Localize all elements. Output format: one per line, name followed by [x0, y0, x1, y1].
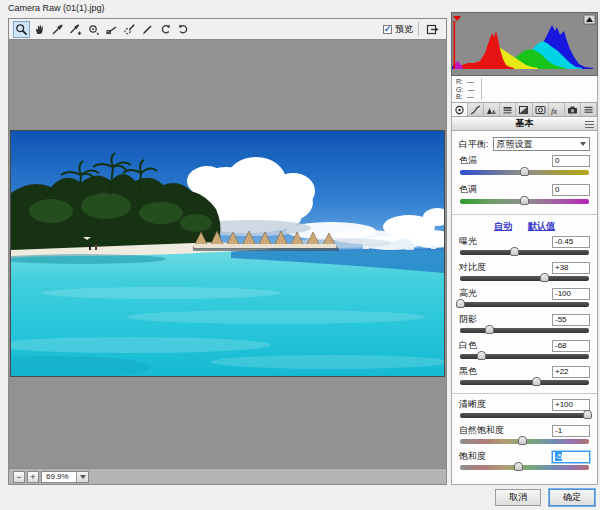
exposure-slider-row: 曝光-0.45 [459, 235, 590, 260]
tab-lens-corrections[interactable] [533, 103, 549, 116]
blacks-value-field[interactable]: +22 [552, 366, 590, 378]
saturation-slider[interactable] [460, 465, 589, 470]
cancel-button[interactable]: 取消 [495, 489, 541, 506]
temperature-slider-row: 色温0 [459, 154, 590, 182]
zoom-in-button[interactable]: + [27, 471, 39, 483]
vibrance-slider-row: 自然饱和度-1 [459, 424, 590, 449]
b-value: — [467, 93, 475, 100]
contrast-slider[interactable] [460, 276, 589, 281]
preview-checkbox[interactable]: ✓ 预览 [383, 23, 413, 36]
tint-slider[interactable] [460, 199, 589, 204]
highlights-slider[interactable] [460, 302, 589, 307]
chevron-down-icon[interactable] [76, 472, 88, 482]
highlights-slider-row: 高光-100 [459, 287, 590, 312]
temperature-value-field[interactable]: 0 [552, 155, 590, 167]
adjustment-brush-tool-button[interactable] [139, 21, 156, 38]
slider-thumb[interactable] [477, 351, 486, 360]
hsl-bars-icon [502, 105, 513, 115]
b-label: B: [456, 93, 463, 100]
rotate-right-icon [177, 23, 190, 36]
color-sampler-tool-button[interactable] [67, 21, 84, 38]
rgb-readout: R:— G:— B:— [451, 76, 598, 103]
whites-value-field[interactable]: -68 [552, 340, 590, 352]
straighten-tool-button[interactable] [103, 21, 120, 38]
slider-thumb[interactable] [583, 410, 592, 419]
fx-icon: fx [550, 105, 562, 115]
ok-button[interactable]: 确定 [549, 489, 595, 506]
slider-thumb[interactable] [514, 462, 523, 471]
tab-split-toning[interactable] [516, 103, 532, 116]
slider-thumb[interactable] [520, 167, 529, 176]
shadows-value-field[interactable]: -55 [552, 314, 590, 326]
tint-value-field[interactable]: 0 [552, 184, 590, 196]
shadows-slider[interactable] [460, 328, 589, 333]
hand-tool-button[interactable] [31, 21, 48, 38]
toolbar-separator [418, 22, 419, 36]
slider-thumb[interactable] [518, 436, 527, 445]
checkbox-check-icon: ✓ [383, 25, 392, 34]
tab-hsl-grayscale[interactable] [500, 103, 516, 116]
target-circle-icon [87, 23, 100, 36]
saturation-slider-row: 饱和度-5 [459, 450, 590, 475]
white-balance-tool-button[interactable] [49, 21, 66, 38]
list-icon [583, 105, 594, 115]
panel-menu-icon[interactable] [585, 121, 594, 128]
aperture-icon [454, 105, 465, 115]
clarity-value-field[interactable]: +100 [552, 399, 590, 411]
tab-effects[interactable]: fx [549, 103, 565, 116]
svg-text:fx: fx [551, 105, 557, 115]
preview-canvas[interactable] [9, 40, 446, 468]
defaults-link[interactable]: 默认值 [528, 220, 555, 233]
fullscreen-toggle-button[interactable] [424, 21, 441, 38]
exposure-slider[interactable] [460, 250, 589, 255]
tab-basic[interactable] [452, 103, 468, 116]
temperature-slider[interactable] [460, 170, 589, 175]
tab-detail[interactable] [484, 103, 500, 116]
photo-preview [11, 131, 444, 376]
contrast-slider-row: 对比度+38 [459, 261, 590, 286]
straighten-icon [105, 23, 118, 36]
spot-removal-tool-button[interactable] [121, 21, 138, 38]
slider-thumb[interactable] [532, 377, 541, 386]
histogram-plot [452, 13, 597, 75]
vibrance-value-field[interactable]: -1 [552, 425, 590, 437]
brush-icon [141, 23, 154, 36]
canvas-status-bar: − + 69.9% [9, 468, 446, 484]
chevron-down-icon [580, 142, 586, 146]
contrast-value-field[interactable]: +38 [552, 262, 590, 274]
slider-thumb[interactable] [510, 247, 519, 256]
zoom-tool-button[interactable] [13, 21, 30, 38]
auto-link[interactable]: 自动 [494, 220, 512, 233]
camera-raw-dialog: Camera Raw (01(1).jpg) [0, 0, 600, 510]
white-balance-select[interactable]: 原照设置 [493, 137, 590, 151]
targeted-adjustment-tool-button[interactable] [85, 21, 102, 38]
slider-thumb[interactable] [520, 196, 529, 205]
vibrance-slider[interactable] [460, 439, 589, 444]
panel-tabs: fx [451, 103, 598, 117]
rotate-left-tool-button[interactable] [157, 21, 174, 38]
slider-thumb[interactable] [456, 299, 465, 308]
spot-removal-icon [123, 23, 136, 36]
whites-slider-row: 白色-68 [459, 339, 590, 364]
exposure-value-field[interactable]: -0.45 [552, 236, 590, 248]
auto-default-links: 自动 默认值 [459, 219, 590, 233]
whites-slider[interactable] [460, 354, 589, 359]
blacks-slider[interactable] [460, 380, 589, 385]
lens-icon [535, 105, 546, 115]
fullscreen-icon [426, 23, 439, 36]
slider-thumb[interactable] [540, 273, 549, 282]
saturation-value-field[interactable]: -5 [552, 451, 590, 463]
highlights-value-field[interactable]: -100 [552, 288, 590, 300]
divider [452, 393, 597, 394]
g-value: — [467, 86, 475, 93]
tab-camera-calibration[interactable] [565, 103, 581, 116]
slider-thumb[interactable] [485, 325, 494, 334]
tab-presets[interactable] [581, 103, 597, 116]
clarity-slider[interactable] [460, 413, 589, 418]
rotate-right-tool-button[interactable] [175, 21, 192, 38]
zoom-level-value: 69.9% [42, 472, 76, 481]
adjustments-panel: R:— G:— B:— fx 基本 白平衡: 原照设置 [451, 12, 598, 485]
zoom-level-select[interactable]: 69.9% [41, 471, 89, 483]
zoom-out-button[interactable]: − [13, 471, 25, 483]
tab-tone-curve[interactable] [468, 103, 484, 116]
